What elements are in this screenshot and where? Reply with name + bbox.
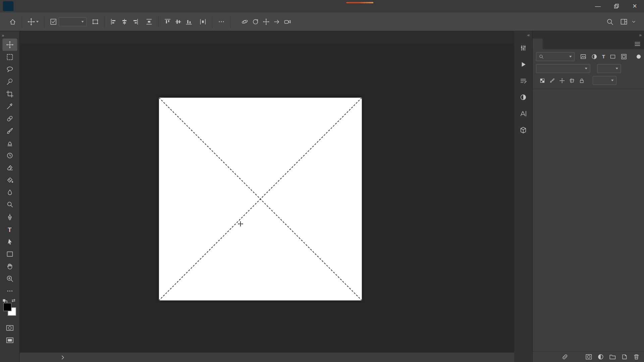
filter-adjustment-layers-button[interactable] xyxy=(591,53,598,60)
align-right-button[interactable] xyxy=(130,16,141,27)
panel-menu-button[interactable] xyxy=(634,39,644,49)
lock-position-button[interactable] xyxy=(559,77,565,83)
tool-preset-button[interactable] xyxy=(26,16,40,27)
distribute-v-button[interactable] xyxy=(144,16,155,27)
add-mask-button[interactable] xyxy=(584,352,593,361)
search-icon xyxy=(539,54,544,59)
close-button[interactable]: ✕ xyxy=(626,0,644,12)
brush-tool[interactable] xyxy=(2,125,17,137)
3d-slide-button[interactable] xyxy=(271,16,282,27)
filter-toggle-button[interactable] xyxy=(637,55,641,59)
layer-filter-dropdown[interactable] xyxy=(536,52,575,61)
align-left-button[interactable] xyxy=(108,16,119,27)
opacity-field[interactable] xyxy=(597,64,621,73)
workspace-button[interactable] xyxy=(619,16,629,27)
new-group-button[interactable] xyxy=(608,352,617,361)
status-options-chevron-icon[interactable] xyxy=(61,355,65,359)
tools-expand-chevron-icon[interactable]: » xyxy=(0,31,19,39)
character-panel-icon xyxy=(520,110,527,117)
screen-mode-button[interactable] xyxy=(6,337,14,344)
spot-healing-tool[interactable] xyxy=(2,113,17,125)
brush-settings-panel-button[interactable] xyxy=(516,74,530,87)
history-brush-tool[interactable] xyxy=(2,149,17,162)
foreground-color-swatch[interactable] xyxy=(3,303,11,311)
lock-artboard-button[interactable] xyxy=(569,77,575,83)
align-top-button[interactable] xyxy=(162,16,173,27)
path-selection-tool[interactable] xyxy=(2,236,17,248)
tab-paths[interactable] xyxy=(552,39,562,49)
status-bar xyxy=(20,352,514,362)
eyedropper-tool[interactable] xyxy=(2,100,17,113)
layer-style-button[interactable] xyxy=(572,352,581,361)
hand-tool[interactable] xyxy=(2,260,17,273)
rectangle-tool[interactable] xyxy=(2,248,17,260)
workspace-switcher-button[interactable] xyxy=(629,17,638,26)
crop-tool[interactable] xyxy=(2,88,17,100)
3d-camera-button[interactable] xyxy=(282,16,293,27)
blend-mode-dropdown[interactable] xyxy=(536,64,590,73)
distribute-h-button[interactable] xyxy=(198,16,208,27)
filter-type-layers-button[interactable]: T xyxy=(602,54,605,59)
collapse-dock-chevron-icon[interactable]: » xyxy=(639,33,642,38)
chevron-down-icon xyxy=(631,19,637,24)
more-align-options-button[interactable] xyxy=(216,16,227,27)
zoom-tool[interactable] xyxy=(2,273,17,285)
new-layer-button[interactable] xyxy=(620,352,629,361)
lock-transparent-button[interactable] xyxy=(539,77,545,83)
restore-button[interactable] xyxy=(607,0,626,12)
new-adjustment-layer-button[interactable] xyxy=(596,352,605,361)
filter-pixel-layers-button[interactable] xyxy=(580,53,587,60)
lasso-tool[interactable] xyxy=(2,63,17,76)
type-tool[interactable]: T xyxy=(2,223,17,236)
move-tool[interactable] xyxy=(2,39,17,51)
quick-mask-button[interactable] xyxy=(6,324,14,331)
eraser-tool[interactable] xyxy=(2,162,17,174)
3d-orbit-button[interactable] xyxy=(239,16,250,27)
link-layers-button[interactable] xyxy=(560,352,569,361)
brush-icon xyxy=(6,127,13,135)
show-transform-controls-button[interactable] xyxy=(90,16,101,27)
search-button[interactable] xyxy=(604,16,615,27)
tab-layers[interactable] xyxy=(533,39,542,49)
home-button[interactable] xyxy=(7,16,18,27)
align-left-icon xyxy=(110,18,117,25)
align-bottom-button[interactable] xyxy=(183,16,194,27)
properties-panel-button[interactable] xyxy=(516,42,530,55)
expand-panels-chevron-icon[interactable]: « xyxy=(527,31,532,38)
titlebar-accent-line xyxy=(346,2,373,3)
filter-shape-layers-button[interactable] xyxy=(610,53,616,60)
lock-all-button[interactable] xyxy=(579,77,585,83)
adjustment-icon xyxy=(591,53,598,60)
character-panel-button[interactable] xyxy=(516,107,530,120)
paint-bucket-tool[interactable] xyxy=(2,174,17,186)
quick-selection-tool[interactable] xyxy=(2,75,17,88)
guide-cross-lines xyxy=(159,98,362,300)
minimize-button[interactable]: — xyxy=(589,0,607,12)
align-middle-button[interactable] xyxy=(173,16,184,27)
rectangular-marquee-tool[interactable] xyxy=(2,51,17,63)
pen-tool[interactable] xyxy=(2,211,17,223)
play-icon xyxy=(520,61,527,68)
document-canvas[interactable] xyxy=(159,98,362,300)
swap-colors-icon[interactable]: ⇄ xyxy=(11,298,15,303)
lock-pixels-button[interactable] xyxy=(549,77,555,83)
blur-tool[interactable] xyxy=(2,186,17,199)
brush-icon xyxy=(549,77,555,83)
adjustments-panel-button[interactable] xyxy=(516,91,530,104)
color-swatches: ⇄ xyxy=(0,299,20,320)
edit-toolbar-button[interactable] xyxy=(2,285,17,297)
auto-select-checkbox[interactable] xyxy=(48,16,59,27)
tab-channels[interactable] xyxy=(543,39,552,49)
auto-select-target-dropdown[interactable] xyxy=(59,17,87,26)
clone-stamp-tool[interactable] xyxy=(2,137,17,149)
align-center-h-button[interactable] xyxy=(119,16,130,27)
canvas-area[interactable] xyxy=(20,44,514,352)
libraries-panel-button[interactable] xyxy=(516,124,530,137)
actions-panel-button[interactable] xyxy=(516,58,530,71)
fill-field[interactable] xyxy=(593,76,616,85)
3d-pan-button[interactable] xyxy=(261,16,272,27)
3d-roll-button[interactable] xyxy=(250,16,261,27)
filter-smart-objects-button[interactable] xyxy=(621,53,628,60)
delete-layer-button[interactable] xyxy=(632,352,641,361)
dodge-tool[interactable] xyxy=(2,199,17,211)
